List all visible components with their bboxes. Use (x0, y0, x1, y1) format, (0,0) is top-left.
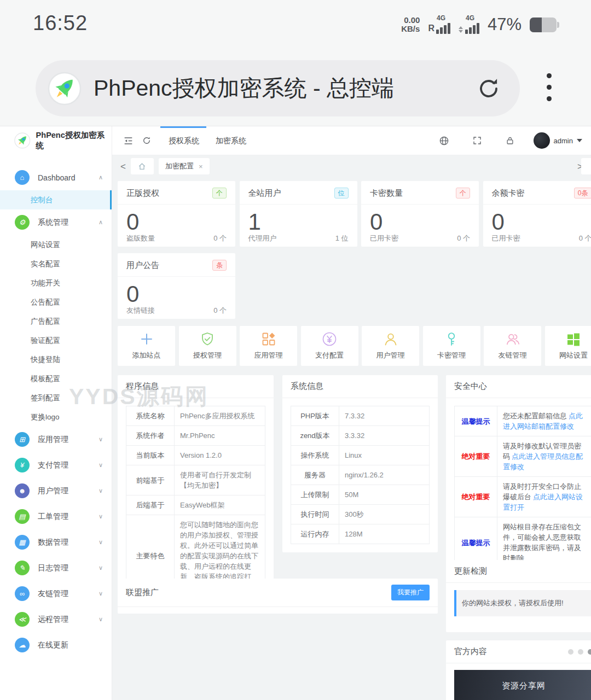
panel-title: 官方内容 (454, 646, 487, 657)
quick-action-cardkeys[interactable]: 卡密管理 (423, 326, 480, 366)
sidebar-item[interactable]: 功能开关 (0, 273, 112, 293)
shield-check-icon (200, 331, 215, 347)
update-check-panel: 更新检测 你的网站未授权，请授权后使用! (446, 560, 591, 632)
official-banner[interactable]: 资源分享网 (454, 670, 591, 700)
security-tag: 绝对重要 (455, 436, 497, 476)
stat-card: 全站用户 位 1 代理用户 1 位 (240, 181, 357, 247)
sidebar-item[interactable]: ✎ 日志管理 ∨ (0, 555, 112, 581)
table-row: 绝对重要 请及时修改默认管理员密码点此进入管理员信息配置修改 (455, 436, 591, 477)
quick-action-users[interactable]: 用户管理 (362, 326, 419, 366)
program-info-panel: 程序信息 系统名称 PhPenc多应用授权系统 系统作者 Mr.PhPenc 当… (118, 375, 274, 605)
table-row: 服务器 nginx/1.26.2 (291, 465, 429, 485)
sidebar-item-icon: ✎ (15, 561, 30, 575)
sidebar-item[interactable]: 控制台 (0, 190, 112, 209)
tab-options-stub[interactable] (581, 158, 591, 174)
table-row: 温馨提示 您还未配置邮箱信息点此进入网站邮箱配置修改 (455, 406, 591, 436)
browser-menu-icon[interactable] (542, 69, 556, 106)
tabs-back-icon[interactable]: < (120, 162, 126, 171)
quick-action-add-site[interactable]: 添加站点 (118, 326, 175, 366)
table-row: zend版本 3.3.32 (291, 426, 429, 446)
sidebar-item[interactable]: ∞ 友链管理 ∨ (0, 581, 112, 606)
security-center-panel: 安全中心 温馨提示 您还未配置邮箱信息点此进入网站邮箱配置修改 绝对重要 (446, 375, 591, 576)
stat-cards: 正版授权 个 0 盗版数量 0 个 全站用户 位 1 (118, 181, 591, 319)
sidebar-item[interactable]: 快捷登陆 (0, 350, 112, 369)
security-tag: 温馨提示 (455, 406, 497, 436)
sidebar-item[interactable]: 公告配置 (0, 293, 112, 312)
sim1-signal-icon: R 4G (428, 15, 450, 34)
sidebar-item[interactable]: 网站设置 (0, 235, 112, 254)
globe-icon[interactable] (435, 131, 454, 150)
sidebar-item[interactable]: 实名配置 (0, 254, 112, 273)
sidebar-item[interactable]: 广告配置 (0, 312, 112, 331)
page-title: PhPenc授权加密系统 - 总控端 (94, 73, 476, 103)
sidebar-item[interactable]: ▤ 工单管理 ∨ (0, 504, 112, 529)
data-arrows-icon (459, 26, 463, 33)
sidebar-item[interactable]: ≪ 远程管理 ∨ (0, 606, 112, 632)
quick-action-site-settings[interactable]: 网站设置 (545, 326, 591, 366)
sidebar: PhPenc授权加密系统 ⌂ Dashboard ∧ 控制台 (0, 126, 112, 700)
nav-tab[interactable]: 授权系统 (160, 126, 207, 155)
quick-action-license[interactable]: 授权管理 (179, 326, 236, 366)
table-row: 系统名称 PhPenc多应用授权系统 (126, 406, 265, 426)
battery-icon (530, 18, 559, 32)
sidebar-item[interactable]: ⚙ 系统管理 ∧ (0, 209, 112, 235)
network-speed: 0.00 KB/s (401, 16, 420, 33)
signal-bars-icon (436, 23, 450, 34)
user-icon (383, 331, 398, 347)
rocket-logo-icon (14, 132, 31, 149)
home-tab[interactable] (131, 158, 154, 174)
sidebar-item[interactable]: 模板配置 (0, 369, 112, 388)
carousel-dots[interactable] (568, 649, 591, 655)
table-row: 运行内存 128M (291, 524, 429, 544)
sidebar-item-icon: ⌂ (15, 170, 30, 185)
sidebar-item[interactable]: 更换logo (0, 407, 112, 427)
sidebar-item[interactable]: ▦ 数据管理 ∨ (0, 529, 112, 555)
app-grid-icon (261, 331, 276, 347)
sidebar-item[interactable]: ☁ 在线更新 (0, 632, 112, 658)
panel-title: 联盟推广 (126, 587, 159, 598)
address-bar[interactable]: PhPenc授权加密系统 - 总控端 (36, 60, 520, 116)
system-info-table: PHP版本 7.3.32 zend版本 3.3.32 操作系统 Linux (291, 406, 430, 544)
chevron-icon: ∨ (99, 564, 103, 571)
browser-refresh-icon[interactable] (476, 76, 501, 101)
sidebar-item-icon: ▦ (15, 535, 30, 550)
table-row: 绝对重要 请及时打开安全口令防止爆破后台点此进入网站设置打开 (455, 477, 591, 517)
stat-value: 0 (361, 205, 479, 234)
stat-value: 0 (118, 205, 235, 234)
home-icon (137, 162, 147, 171)
open-page-tab[interactable]: 加密配置 × (159, 158, 210, 174)
nav-tab[interactable]: 加密系统 (207, 126, 254, 155)
program-info-table: 系统名称 PhPenc多应用授权系统 系统作者 Mr.PhPenc 当前版本 V… (126, 406, 265, 597)
refresh-icon[interactable] (137, 131, 156, 150)
quick-action-links[interactable]: 友链管理 (484, 326, 541, 366)
windows-squares-icon (566, 331, 581, 347)
lock-icon[interactable] (501, 131, 519, 150)
sidebar-item[interactable]: ⌂ Dashboard ∧ (0, 165, 112, 190)
signal-bars-icon (465, 23, 479, 34)
panel-title: 系统信息 (282, 375, 438, 398)
promote-button[interactable]: 我要推广 (391, 585, 430, 600)
quick-action-apps[interactable]: 应用管理 (240, 326, 297, 366)
user-menu[interactable]: admin (534, 132, 582, 149)
chevron-icon: ∨ (99, 462, 103, 469)
nav-tabs: 授权系统 加密系统 (160, 126, 254, 155)
table-row: 后端基于 EasyWeb框架 (126, 495, 265, 515)
close-icon[interactable]: × (199, 162, 203, 171)
sidebar-item-icon: ⚙ (15, 215, 30, 230)
panel-title: 程序信息 (118, 375, 274, 398)
admin-navbar: 授权系统 加密系统 (112, 126, 591, 155)
battery-percent: 47% (488, 15, 522, 34)
fullscreen-icon[interactable] (468, 131, 486, 150)
stat-value: 1 (240, 205, 357, 234)
sidebar-item[interactable]: 验证配置 (0, 331, 112, 350)
sidebar-item[interactable]: ☻ 用户管理 ∨ (0, 478, 112, 504)
sidebar-item[interactable]: ⊞ 应用管理 ∨ (0, 427, 112, 452)
quick-action-payment[interactable]: 支付配置 (301, 326, 358, 366)
sidebar-item[interactable]: 签到配置 (0, 388, 112, 407)
menu-fold-icon[interactable] (119, 131, 137, 150)
security-link[interactable]: 点此进入管理员信息配置修改 (503, 452, 583, 471)
unit-badge: 位 (334, 188, 349, 199)
panel-title: 安全中心 (446, 375, 591, 398)
sidebar-item[interactable]: ¥ 支付管理 ∨ (0, 452, 112, 478)
unauthorized-alert: 你的网站未授权，请授权后使用! (454, 590, 591, 616)
